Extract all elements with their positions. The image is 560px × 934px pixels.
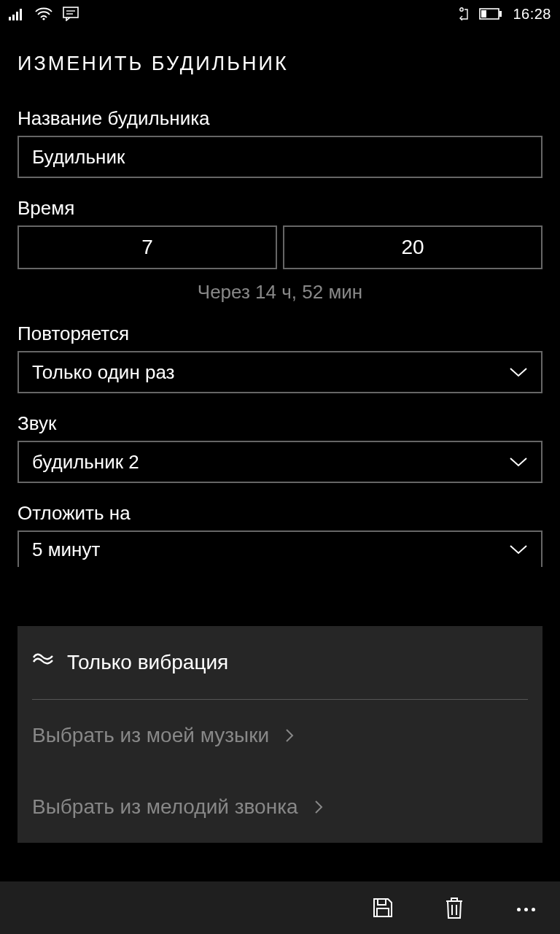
alarm-name-input[interactable]: Будильник (18, 136, 542, 178)
from-my-music-label: Выбрать из моей музыки (32, 724, 269, 747)
battery-icon (479, 8, 502, 20)
svg-rect-2 (16, 12, 18, 20)
snooze-value: 5 минут (32, 539, 100, 561)
svg-rect-5 (63, 7, 78, 18)
svg-rect-11 (481, 10, 486, 18)
vibrate-icon (32, 651, 54, 674)
snooze-dropdown[interactable]: 5 минут (18, 530, 542, 567)
minute-value: 20 (401, 236, 424, 259)
svg-rect-3 (20, 9, 22, 20)
repeat-label: Повторяется (18, 323, 542, 345)
from-ringtones-label: Выбрать из мелодий звонка (32, 795, 298, 819)
svg-rect-0 (9, 17, 11, 20)
chevron-down-icon (509, 457, 528, 467)
delete-button[interactable] (442, 895, 467, 920)
signal-icon (9, 7, 25, 20)
repeat-value: Только один раз (32, 361, 175, 384)
page-title: ИЗМЕНИТЬ БУДИЛЬНИК (0, 26, 560, 88)
sync-icon (459, 7, 469, 20)
sound-options-popup: Только вибрация Выбрать из моей музыки В… (18, 626, 542, 843)
time-label: Время (18, 197, 542, 220)
status-bar: 16:28 (0, 0, 560, 26)
more-button[interactable] (513, 895, 538, 920)
hour-value: 7 (141, 236, 153, 259)
command-bar (0, 881, 560, 934)
vibrate-only-option[interactable]: Только вибрация (32, 626, 528, 699)
chevron-down-icon (509, 544, 528, 555)
sound-dropdown[interactable]: будильник 2 (18, 441, 542, 483)
svg-rect-13 (377, 908, 389, 916)
minute-picker[interactable]: 20 (283, 225, 542, 269)
svg-rect-10 (499, 11, 502, 17)
status-time: 16:28 (513, 6, 551, 23)
sound-value: будильник 2 (32, 451, 139, 474)
hour-picker[interactable]: 7 (18, 225, 277, 269)
save-button[interactable] (370, 895, 395, 920)
from-ringtones-option[interactable]: Выбрать из мелодий звонка (32, 771, 528, 843)
snooze-label: Отложить на (18, 502, 542, 525)
wifi-icon (35, 7, 52, 20)
message-icon (63, 7, 79, 21)
alarm-name-label: Название будильника (18, 107, 542, 130)
svg-rect-1 (12, 15, 15, 20)
sound-label: Звук (18, 412, 542, 435)
alarm-name-value: Будильник (32, 146, 125, 169)
chevron-right-icon (311, 800, 323, 814)
more-icon (517, 908, 535, 911)
chevron-down-icon (509, 367, 528, 377)
from-my-music-option[interactable]: Выбрать из моей музыки (32, 700, 528, 771)
chevron-right-icon (282, 728, 294, 743)
vibrate-only-label: Только вибрация (67, 651, 228, 674)
svg-point-4 (42, 18, 44, 20)
time-remaining: Через 14 ч, 52 мин (18, 281, 542, 304)
repeat-dropdown[interactable]: Только один раз (18, 351, 542, 393)
svg-rect-12 (378, 899, 386, 905)
svg-point-8 (460, 8, 463, 11)
